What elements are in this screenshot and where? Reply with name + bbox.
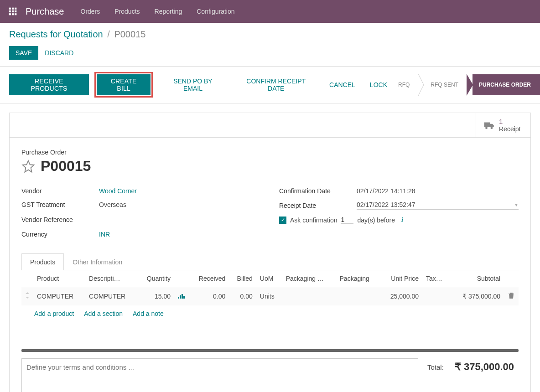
- receipt-label: Receipt: [499, 125, 520, 133]
- chevron-down-icon[interactable]: ▼: [514, 202, 519, 207]
- th-taxes[interactable]: Tax…: [422, 270, 450, 287]
- add-note-link[interactable]: Add a note: [133, 310, 164, 317]
- tab-other-information[interactable]: Other Information: [64, 253, 131, 270]
- vendor-ref-label: Vendor Reference: [21, 216, 99, 223]
- save-bar: SAVE DISCARD: [0, 43, 540, 66]
- cancel-button[interactable]: CANCEL: [325, 78, 360, 92]
- svg-rect-12: [180, 295, 181, 299]
- days-suffix: day(s) before: [357, 217, 395, 224]
- divider: [21, 349, 519, 352]
- th-billed[interactable]: Billed: [229, 270, 256, 287]
- doc-name: P00015: [41, 158, 91, 175]
- total-amount: ₹ 375,000.00: [455, 361, 514, 373]
- vendor-ref-input[interactable]: [99, 215, 236, 224]
- cell-product[interactable]: COMPUTER: [33, 287, 85, 305]
- receive-products-button[interactable]: RECEIVE PRODUCTS: [9, 74, 89, 95]
- ask-confirmation-label: Ask confirmation: [290, 217, 337, 224]
- breadcrumb-current: P00015: [114, 29, 145, 39]
- status-bar: RFQ RFQ SENT PURCHASE ORDER: [392, 67, 540, 103]
- add-product-link[interactable]: Add a product: [34, 310, 74, 317]
- cell-received[interactable]: 0.00: [189, 287, 229, 305]
- nav-reporting[interactable]: Reporting: [155, 8, 182, 15]
- svg-rect-8: [15, 13, 16, 15]
- svg-rect-14: [183, 296, 185, 299]
- cell-unit-price[interactable]: 25,000.00: [380, 287, 422, 305]
- terms-input[interactable]: [21, 358, 418, 392]
- status-rfq-sent[interactable]: RFQ SENT: [424, 74, 467, 95]
- ask-confirmation-checkbox[interactable]: ✓: [279, 217, 286, 224]
- currency-value[interactable]: INR: [99, 231, 261, 238]
- cell-subtotal: ₹ 375,000.00: [450, 287, 504, 305]
- svg-rect-13: [182, 294, 183, 299]
- svg-rect-2: [15, 8, 16, 10]
- th-description[interactable]: Descripti…: [85, 270, 137, 287]
- th-unit-price[interactable]: Unit Price: [380, 270, 422, 287]
- cell-quantity[interactable]: 15.00: [137, 287, 174, 305]
- chevron-icon: [418, 74, 424, 96]
- th-packaging-qty[interactable]: Packaging …: [282, 270, 336, 287]
- receipt-stat-button[interactable]: 1 Receipt: [476, 113, 530, 137]
- product-table: Product Descripti… Quantity Received Bil…: [21, 270, 519, 305]
- doc-type-label: Purchase Order: [21, 149, 519, 156]
- add-section-link[interactable]: Add a section: [84, 310, 123, 317]
- gst-label: GST Treatment: [21, 201, 99, 208]
- forecast-icon[interactable]: [174, 287, 189, 305]
- confirmation-label: Confirmation Date: [279, 187, 357, 195]
- th-subtotal[interactable]: Subtotal: [450, 270, 504, 287]
- confirm-receipt-date-button[interactable]: CONFIRM RECEIPT DATE: [233, 74, 319, 95]
- receipt-date-value[interactable]: 02/17/2022 13:52:47: [357, 201, 415, 208]
- discard-button[interactable]: DISCARD: [45, 49, 73, 57]
- apps-icon[interactable]: [7, 6, 18, 17]
- form-sheet: 1 Receipt Purchase Order P00015 Vendor W…: [9, 113, 531, 392]
- receipt-count: 1: [499, 118, 520, 125]
- status-purchase-order[interactable]: PURCHASE ORDER: [472, 74, 540, 95]
- total-label: Total:: [427, 363, 444, 371]
- vendor-value[interactable]: Wood Corner: [99, 187, 261, 195]
- days-input[interactable]: [341, 216, 353, 224]
- th-quantity[interactable]: Quantity: [137, 270, 174, 287]
- drag-handle-icon[interactable]: [21, 287, 33, 305]
- svg-point-9: [485, 127, 488, 129]
- svg-rect-3: [9, 10, 11, 12]
- nav-products[interactable]: Products: [114, 8, 140, 15]
- breadcrumb: Requests for Quotation / P00015: [0, 23, 540, 43]
- breadcrumb-parent[interactable]: Requests for Quotation: [9, 29, 103, 39]
- svg-rect-5: [15, 10, 16, 12]
- action-bar: RECEIVE PRODUCTS CREATE BILL SEND PO BY …: [0, 66, 540, 103]
- create-bill-button[interactable]: CREATE BILL: [97, 74, 151, 95]
- nav-orders[interactable]: Orders: [81, 8, 100, 15]
- svg-rect-6: [9, 13, 11, 15]
- th-packaging[interactable]: Packaging: [336, 270, 380, 287]
- status-rfq[interactable]: RFQ: [392, 74, 418, 95]
- truck-icon: [483, 121, 495, 130]
- send-po-button[interactable]: SEND PO BY EMAIL: [158, 74, 227, 95]
- gst-value[interactable]: Overseas: [99, 201, 261, 208]
- chevron-icon: [467, 74, 473, 96]
- th-received[interactable]: Received: [189, 270, 229, 287]
- breadcrumb-sep: /: [107, 29, 110, 39]
- cell-pkg-qty[interactable]: [282, 287, 336, 305]
- th-product[interactable]: Product: [33, 270, 85, 287]
- svg-rect-0: [9, 8, 11, 10]
- save-button[interactable]: SAVE: [9, 46, 38, 60]
- receipt-date-label: Receipt Date: [279, 202, 357, 209]
- top-nav: Purchase Orders Products Reporting Confi…: [0, 0, 540, 23]
- confirmation-value: 02/17/2022 14:11:28: [357, 187, 519, 195]
- app-brand: Purchase: [26, 6, 64, 17]
- cell-taxes[interactable]: [422, 287, 450, 305]
- delete-row-icon[interactable]: [504, 287, 519, 305]
- lock-button[interactable]: LOCK: [365, 78, 392, 92]
- create-bill-highlight: CREATE BILL: [94, 72, 153, 98]
- cell-uom[interactable]: Units: [256, 287, 282, 305]
- nav-configuration[interactable]: Configuration: [197, 8, 234, 15]
- cell-description[interactable]: COMPUTER: [85, 287, 137, 305]
- star-icon[interactable]: [21, 160, 35, 173]
- table-row[interactable]: COMPUTER COMPUTER 15.00 0.00 0.00 Units …: [21, 287, 519, 305]
- currency-label: Currency: [21, 231, 99, 238]
- tab-products[interactable]: Products: [21, 253, 64, 270]
- info-icon[interactable]: i: [399, 217, 406, 224]
- svg-rect-7: [12, 13, 14, 15]
- th-uom[interactable]: UoM: [256, 270, 282, 287]
- cell-billed[interactable]: 0.00: [229, 287, 256, 305]
- cell-packaging[interactable]: [336, 287, 380, 305]
